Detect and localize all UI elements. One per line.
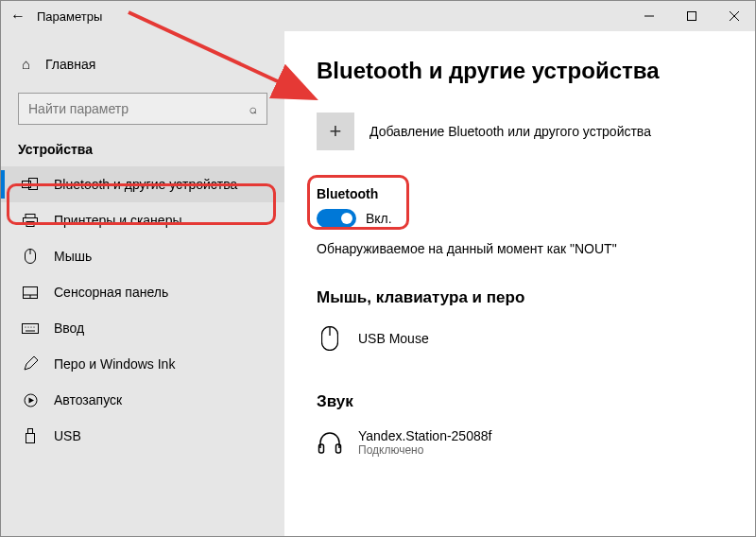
sidebar-item-touchpad[interactable]: Сенсорная панель — [1, 274, 284, 310]
sidebar-home[interactable]: ⌂ Главная — [1, 48, 284, 79]
minimize-button[interactable] — [627, 1, 670, 31]
plus-icon: + — [317, 113, 354, 150]
sidebar-category: Устройства — [1, 138, 284, 166]
pen-icon — [22, 356, 39, 372]
touchpad-icon — [22, 286, 39, 299]
bluetooth-label: Bluetooth — [317, 186, 755, 201]
svg-rect-23 — [26, 434, 35, 443]
sidebar-item-label: USB — [54, 428, 81, 443]
titlebar-left: ← Параметры — [10, 8, 102, 25]
sidebar-item-label: Принтеры и сканеры — [54, 213, 181, 228]
mouse-icon — [22, 249, 39, 264]
sidebar-item-usb[interactable]: USB — [1, 418, 284, 454]
usb-icon — [22, 428, 39, 443]
devices-icon — [22, 178, 39, 191]
svg-rect-7 — [24, 218, 38, 224]
search-box[interactable]: ⌕ — [18, 93, 267, 125]
device-usb-mouse[interactable]: USB Mouse — [317, 319, 755, 370]
svg-point-17 — [27, 326, 28, 327]
bluetooth-state: Вкл. — [366, 211, 392, 226]
mouse-device-icon — [317, 324, 343, 353]
svg-rect-27 — [336, 444, 341, 453]
device-name: Yandex.Station-25088f — [358, 428, 491, 443]
bluetooth-toggle[interactable] — [317, 209, 356, 228]
svg-point-18 — [30, 326, 31, 327]
sidebar-item-autoplay[interactable]: Автозапуск — [1, 382, 284, 418]
add-device-button[interactable]: + Добавление Bluetooth или другого устро… — [317, 113, 755, 150]
sidebar-item-bluetooth[interactable]: Bluetooth и другие устройства — [1, 166, 284, 202]
device-name: USB Mouse — [358, 331, 429, 346]
discoverable-text: Обнаруживаемое на данный момент как "NOU… — [317, 241, 755, 256]
svg-rect-1 — [687, 12, 696, 21]
autoplay-icon — [22, 393, 39, 407]
device-status: Подключено — [358, 443, 491, 457]
device-yandex-station[interactable]: Yandex.Station-25088f Подключено — [317, 423, 755, 474]
bluetooth-toggle-row: Вкл. — [317, 209, 755, 228]
main-panel: Bluetooth и другие устройства + Добавлен… — [284, 31, 755, 536]
keyboard-icon — [22, 323, 39, 334]
content-area: ⌂ Главная ⌕ Устройства Bluetooth и други… — [1, 31, 755, 536]
toggle-knob — [341, 213, 352, 224]
svg-rect-22 — [28, 429, 33, 434]
svg-rect-6 — [26, 215, 35, 218]
printer-icon — [22, 214, 39, 227]
home-icon: ⌂ — [22, 56, 30, 72]
bluetooth-section: Bluetooth Вкл. — [317, 179, 755, 228]
search-icon: ⌕ — [249, 101, 257, 116]
svg-rect-14 — [23, 323, 39, 333]
sidebar-item-label: Автозапуск — [54, 392, 122, 407]
sidebar-item-label: Bluetooth и другие устройства — [54, 177, 237, 192]
svg-point-19 — [33, 326, 34, 327]
section-mouse-keyboard-pen: Мышь, клавиатура и перо — [317, 288, 755, 307]
maximize-icon — [687, 11, 696, 21]
svg-point-16 — [25, 326, 26, 327]
sidebar-item-label: Сенсорная панель — [54, 285, 168, 300]
sidebar-item-label: Перо и Windows Ink — [54, 356, 175, 372]
sidebar: ⌂ Главная ⌕ Устройства Bluetooth и други… — [1, 31, 284, 536]
settings-window: ← Параметры ⌂ Главная ⌕ Устрой — [0, 0, 756, 537]
section-audio: Звук — [317, 392, 755, 411]
window-title: Параметры — [37, 9, 102, 24]
device-info: Yandex.Station-25088f Подключено — [358, 428, 491, 457]
home-label: Главная — [45, 57, 95, 72]
close-button[interactable] — [713, 1, 755, 31]
window-controls — [627, 1, 755, 31]
search-input[interactable] — [28, 101, 223, 116]
svg-rect-26 — [319, 444, 324, 453]
sidebar-item-label: Мышь — [54, 249, 92, 264]
add-device-label: Добавление Bluetooth или другого устройс… — [369, 124, 651, 139]
headphones-icon — [317, 428, 343, 457]
svg-rect-4 — [23, 182, 31, 188]
sidebar-item-pen[interactable]: Перо и Windows Ink — [1, 346, 284, 382]
minimize-icon — [644, 11, 654, 21]
page-title: Bluetooth и другие устройства — [317, 58, 755, 84]
sidebar-item-typing[interactable]: Ввод — [1, 310, 284, 346]
close-icon — [730, 11, 739, 21]
sidebar-item-label: Ввод — [54, 320, 84, 336]
titlebar: ← Параметры — [1, 1, 755, 31]
svg-marker-21 — [28, 397, 34, 403]
maximize-button[interactable] — [670, 1, 713, 31]
back-button[interactable]: ← — [10, 8, 26, 25]
sidebar-item-mouse[interactable]: Мышь — [1, 238, 284, 274]
sidebar-item-printers[interactable]: Принтеры и сканеры — [1, 202, 284, 238]
